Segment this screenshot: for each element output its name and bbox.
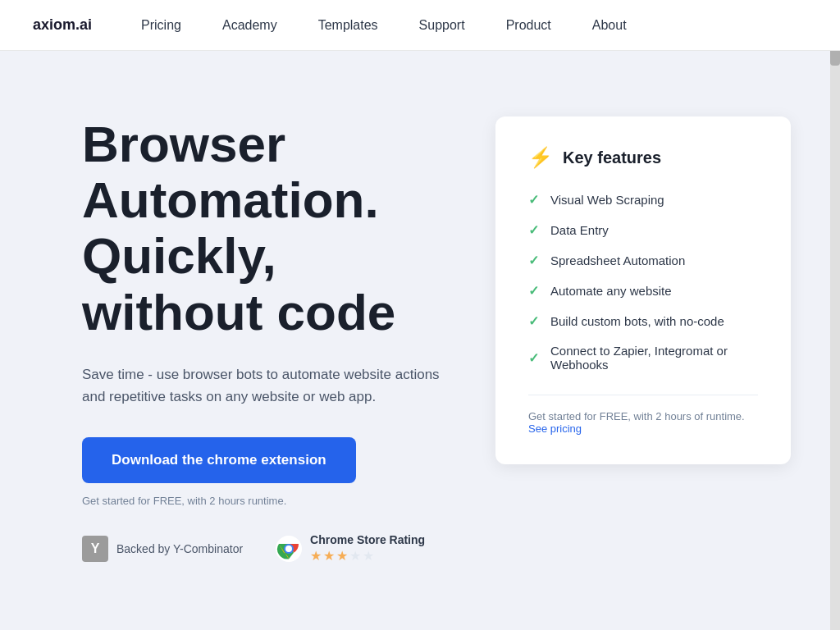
check-icon-5: ✓: [528, 350, 539, 366]
feature-item-0: ✓ Visual Web Scraping: [528, 192, 758, 208]
ycombinator-label: Backed by Y-Combinator: [116, 542, 243, 555]
chrome-rating-title: Chrome Store Rating: [310, 533, 425, 546]
nav-links: Pricing Academy Templates Support Produc…: [141, 18, 627, 33]
star-4: ★: [349, 548, 361, 564]
see-pricing-link[interactable]: See pricing: [528, 422, 582, 435]
cta-note: Get started for FREE, with 2 hours runti…: [82, 495, 446, 507]
feature-item-1: ✓ Data Entry: [528, 222, 758, 238]
navbar: axiom.ai Pricing Academy Templates Suppo…: [0, 0, 840, 51]
nav-support[interactable]: Support: [419, 18, 465, 32]
hero-section: Browser Automation. Quickly, without cod…: [82, 116, 446, 564]
feature-label-0: Visual Web Scraping: [550, 193, 664, 207]
feature-item-5: ✓ Connect to Zapier, Integromat or Webho…: [528, 344, 758, 372]
nav-about[interactable]: About: [592, 18, 627, 32]
nav-templates[interactable]: Templates: [318, 18, 378, 32]
svg-point-3: [285, 546, 292, 552]
rating-info: Chrome Store Rating ★ ★ ★ ★ ★: [310, 533, 425, 564]
feature-label-5: Connect to Zapier, Integromat or Webhook…: [550, 344, 758, 372]
check-icon-2: ✓: [528, 253, 539, 268]
features-title: Key features: [563, 148, 661, 167]
hero-title: Browser Automation. Quickly, without cod…: [82, 116, 446, 340]
nav-pricing[interactable]: Pricing: [141, 18, 181, 32]
check-icon-3: ✓: [528, 283, 539, 299]
feature-label-2: Spreadsheet Automation: [550, 253, 685, 267]
feature-item-2: ✓ Spreadsheet Automation: [528, 253, 758, 268]
brand-logo[interactable]: axiom.ai: [33, 16, 92, 34]
nav-product[interactable]: Product: [506, 18, 551, 32]
main-content: Browser Automation. Quickly, without cod…: [0, 51, 840, 596]
check-icon-4: ✓: [528, 313, 539, 329]
chrome-logo: [276, 536, 302, 562]
chrome-store-badge: Chrome Store Rating ★ ★ ★ ★ ★: [276, 533, 425, 564]
feature-item-3: ✓ Automate any website: [528, 283, 758, 299]
star-1: ★: [310, 548, 322, 564]
star-rating: ★ ★ ★ ★ ★: [310, 548, 425, 564]
check-icon-0: ✓: [528, 192, 539, 208]
nav-academy[interactable]: Academy: [222, 18, 277, 32]
hero-subtitle: Save time - use browser bots to automate…: [82, 363, 446, 408]
features-footer: Get started for FREE, with 2 hours of ru…: [528, 395, 758, 435]
cta-button[interactable]: Download the chrome extension: [82, 437, 356, 483]
star-3: ★: [336, 548, 348, 564]
features-footer-text: Get started for FREE, with 2 hours of ru…: [528, 410, 745, 422]
feature-list: ✓ Visual Web Scraping ✓ Data Entry ✓ Spr…: [528, 192, 758, 372]
ycombinator-badge: Y Backed by Y-Combinator: [82, 536, 243, 562]
badges: Y Backed by Y-Combinator: [82, 533, 446, 564]
star-2: ★: [323, 548, 335, 564]
feature-item-4: ✓ Build custom bots, with no-code: [528, 313, 758, 329]
feature-label-3: Automate any website: [550, 284, 672, 298]
lightning-icon: ⚡: [528, 146, 553, 169]
star-5: ★: [363, 548, 374, 564]
check-icon-1: ✓: [528, 222, 539, 238]
ycombinator-logo: Y: [82, 536, 108, 562]
feature-label-4: Build custom bots, with no-code: [550, 314, 724, 328]
features-card: ⚡ Key features ✓ Visual Web Scraping ✓ D…: [495, 116, 791, 464]
features-header: ⚡ Key features: [528, 146, 758, 169]
feature-label-1: Data Entry: [550, 223, 609, 237]
scrollbar[interactable]: [830, 0, 840, 630]
